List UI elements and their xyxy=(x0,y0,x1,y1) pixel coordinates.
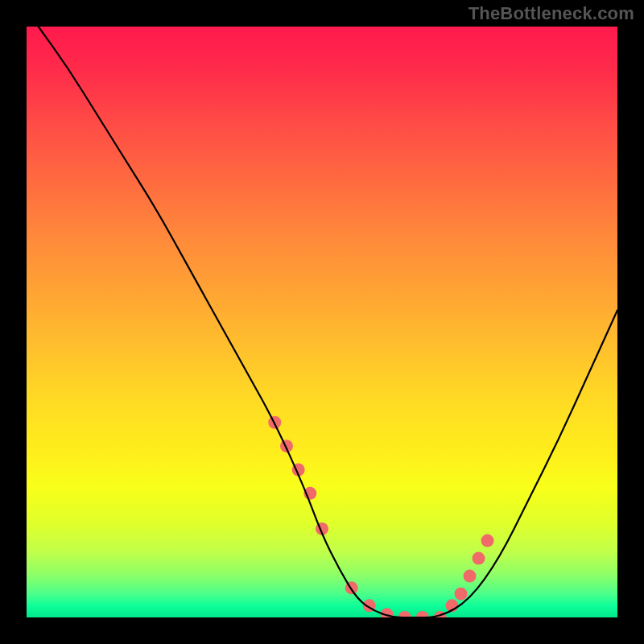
marker-dot xyxy=(481,535,494,547)
marker-dots xyxy=(268,416,493,617)
marker-dot xyxy=(398,611,411,617)
plot-area xyxy=(27,27,617,617)
marker-dot xyxy=(464,570,477,583)
chart-frame: TheBottleneck.com xyxy=(0,0,644,644)
marker-dot xyxy=(416,611,429,617)
marker-dot xyxy=(473,552,485,565)
marker-dot xyxy=(454,588,467,601)
plot-svg xyxy=(27,27,617,617)
watermark-text: TheBottleneck.com xyxy=(469,3,634,24)
